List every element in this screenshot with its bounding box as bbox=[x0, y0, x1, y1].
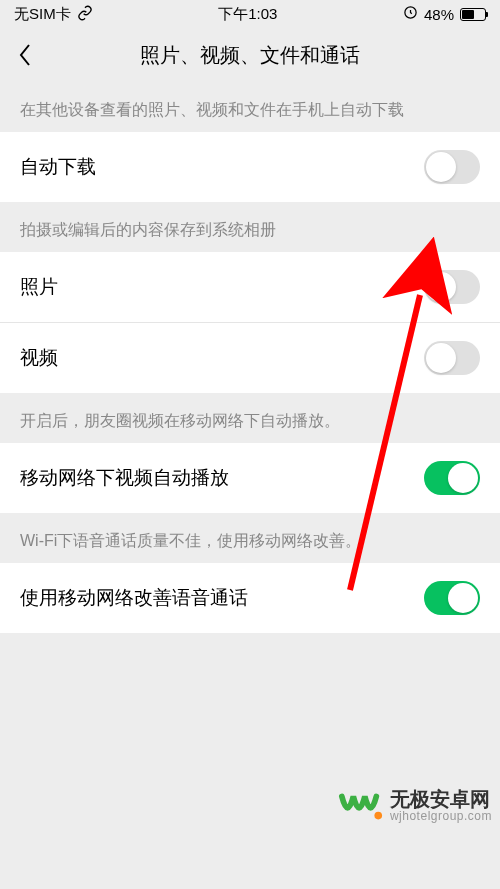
auto-download-label: 自动下载 bbox=[20, 154, 96, 180]
battery-icon bbox=[460, 8, 486, 21]
watermark: 无极安卓网 wjhotelgroup.com bbox=[338, 783, 492, 829]
watermark-title: 无极安卓网 bbox=[390, 788, 492, 810]
status-bar: 无SIM卡 下午1:03 48% bbox=[0, 0, 500, 28]
back-button[interactable] bbox=[0, 28, 50, 82]
watermark-logo-icon bbox=[338, 783, 384, 829]
improve-voice-label: 使用移动网络改善语音通话 bbox=[20, 585, 248, 611]
autoplay-cell[interactable]: 移动网络下视频自动播放 bbox=[0, 443, 500, 513]
photo-label: 照片 bbox=[20, 274, 58, 300]
video-switch[interactable] bbox=[424, 341, 480, 375]
svg-point-2 bbox=[374, 812, 382, 820]
autoplay-switch[interactable] bbox=[424, 461, 480, 495]
status-time: 下午1:03 bbox=[218, 5, 277, 24]
section4-desc: Wi-Fi下语音通话质量不佳，使用移动网络改善。 bbox=[0, 513, 500, 563]
photo-cell[interactable]: 照片 bbox=[0, 252, 500, 322]
section1-desc: 在其他设备查看的照片、视频和文件在手机上自动下载 bbox=[0, 82, 500, 132]
chevron-left-icon bbox=[18, 43, 32, 67]
auto-download-switch[interactable] bbox=[424, 150, 480, 184]
improve-voice-cell[interactable]: 使用移动网络改善语音通话 bbox=[0, 563, 500, 633]
rotation-lock-icon bbox=[403, 5, 418, 23]
carrier-text: 无SIM卡 bbox=[14, 5, 71, 24]
photo-switch[interactable] bbox=[424, 270, 480, 304]
video-label: 视频 bbox=[20, 345, 58, 371]
battery-pct: 48% bbox=[424, 6, 454, 23]
link-icon bbox=[77, 5, 93, 24]
auto-download-cell[interactable]: 自动下载 bbox=[0, 132, 500, 202]
page-title: 照片、视频、文件和通话 bbox=[0, 42, 500, 69]
improve-voice-switch[interactable] bbox=[424, 581, 480, 615]
status-right: 48% bbox=[403, 5, 486, 23]
section3-desc: 开启后，朋友圈视频在移动网络下自动播放。 bbox=[0, 393, 500, 443]
video-cell[interactable]: 视频 bbox=[0, 322, 500, 393]
autoplay-label: 移动网络下视频自动播放 bbox=[20, 465, 229, 491]
nav-bar: 照片、视频、文件和通话 bbox=[0, 28, 500, 82]
status-left: 无SIM卡 bbox=[14, 5, 93, 24]
watermark-sub: wjhotelgroup.com bbox=[390, 810, 492, 823]
section2-desc: 拍摄或编辑后的内容保存到系统相册 bbox=[0, 202, 500, 252]
